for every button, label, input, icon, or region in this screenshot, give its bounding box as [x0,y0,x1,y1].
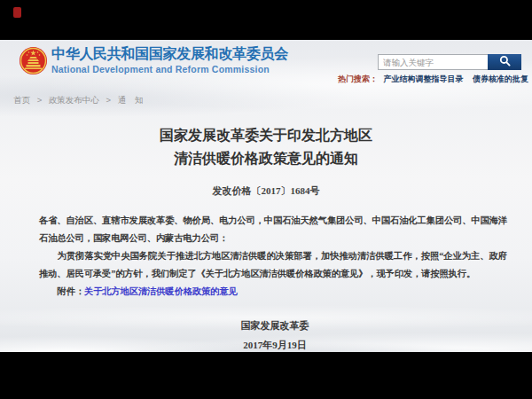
bottom-black-bar [0,352,532,399]
document-paragraph-recipients: 各省、自治区、直辖市发展改革委、物价局、电力公司，中国石油天然气集团公司、中国石… [39,212,507,247]
hot-search-row: 热门搜索： 产业结构调整指导目录 债券核准的批复 上汽通用 [338,74,532,85]
document-body: 各省、自治区、直辖市发展改革委、物价局、电力公司，中国石油天然气集团公司、中国石… [39,212,507,301]
signature-org: 国家发展改革委 [9,319,532,332]
breadcrumb-separator: > [106,95,111,105]
breadcrumb-link-policy-center[interactable]: 政策发布中心 [49,95,99,105]
document-number: 发改价格〔2017〕1684号 [0,184,532,198]
search-input[interactable] [378,54,488,70]
site-title-en: National Development and Reform Commissi… [51,64,270,74]
site-title-zh: 中华人民共和国国家发展和改革委员会 [51,45,288,64]
red-corner-mark-icon [13,7,21,18]
document-title: 国家发展改革委关于印发北方地区 清洁供暖价格政策意见的通知 [0,124,532,170]
attachment-link[interactable]: 关于北方地区清洁供暖价格政策的意见 [84,286,238,296]
breadcrumb: 首页 > 政策发布中心 > 通 知 [13,95,143,106]
national-emblem-icon [19,46,48,75]
breadcrumb-current: 通 知 [118,95,144,105]
search-icon [499,55,511,69]
hot-search-label: 热门搜索： [338,74,378,83]
hot-search-link-1[interactable]: 产业结构调整指导目录 [384,74,464,83]
attachment-line: 附件：关于北方地区清洁供暖价格政策的意见 [39,283,507,301]
search-bar [378,54,521,70]
hot-search-link-2[interactable]: 债券核准的批复 [473,74,528,83]
signature-date: 2017年9月19日 [9,339,532,352]
document-title-line2: 清洁供暖价格政策意见的通知 [0,147,532,170]
website-content: 中华人民共和国国家发展和改革委员会 National Development a… [0,40,532,352]
breadcrumb-link-home[interactable]: 首页 [13,95,30,105]
search-button[interactable] [488,54,521,70]
breadcrumb-separator: > [37,95,43,105]
attachment-label: 附件： [58,286,84,296]
top-black-bar [0,0,532,40]
document-title-line1: 国家发展改革委关于印发北方地区 [0,124,532,147]
screenshot-root: 中华人民共和国国家发展和改革委员会 National Development a… [0,0,532,399]
document-paragraph-main: 为贯彻落实党中央国务院关于推进北方地区清洁供暖的决策部署，加快推动清洁供暖工作，… [39,247,507,283]
